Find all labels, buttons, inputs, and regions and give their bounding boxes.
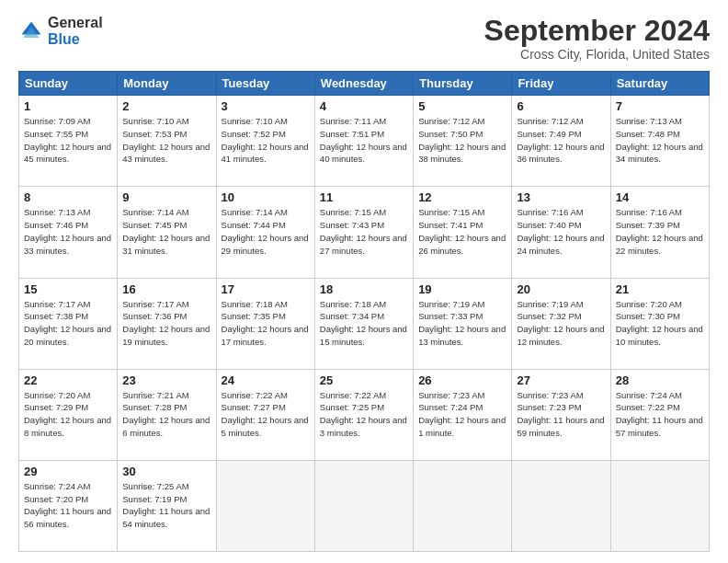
calendar-cell <box>216 460 314 551</box>
calendar-cell: 13Sunrise: 7:16 AM Sunset: 7:40 PM Dayli… <box>512 187 610 278</box>
col-tuesday: Tuesday <box>216 72 314 96</box>
month-title: September 2024 <box>484 15 710 47</box>
col-sunday: Sunday <box>19 72 118 96</box>
calendar-cell: 8Sunrise: 7:13 AM Sunset: 7:46 PM Daylig… <box>19 187 118 278</box>
header: General Blue September 2024 Cross City, … <box>18 15 710 62</box>
day-number: 4 <box>320 99 408 113</box>
day-info: Sunrise: 7:18 AM Sunset: 7:35 PM Dayligh… <box>222 298 310 349</box>
day-info: Sunrise: 7:16 AM Sunset: 7:39 PM Dayligh… <box>616 206 704 257</box>
day-number: 20 <box>517 282 605 296</box>
calendar-cell: 20Sunrise: 7:19 AM Sunset: 7:32 PM Dayli… <box>512 278 610 369</box>
calendar-cell: 19Sunrise: 7:19 AM Sunset: 7:33 PM Dayli… <box>414 278 512 369</box>
calendar-cell: 21Sunrise: 7:20 AM Sunset: 7:30 PM Dayli… <box>610 278 709 369</box>
day-number: 6 <box>517 99 605 113</box>
calendar-cell <box>414 460 512 551</box>
col-monday: Monday <box>118 72 216 96</box>
day-number: 15 <box>24 282 112 296</box>
day-number: 10 <box>222 190 310 204</box>
day-number: 1 <box>24 99 112 113</box>
calendar-header-row: Sunday Monday Tuesday Wednesday Thursday… <box>19 72 710 96</box>
calendar-cell: 7Sunrise: 7:13 AM Sunset: 7:48 PM Daylig… <box>610 96 709 187</box>
day-info: Sunrise: 7:20 AM Sunset: 7:29 PM Dayligh… <box>24 389 112 440</box>
calendar-cell: 28Sunrise: 7:24 AM Sunset: 7:22 PM Dayli… <box>610 369 709 460</box>
calendar-cell: 5Sunrise: 7:12 AM Sunset: 7:50 PM Daylig… <box>414 96 512 187</box>
day-number: 22 <box>24 373 112 387</box>
calendar-cell: 17Sunrise: 7:18 AM Sunset: 7:35 PM Dayli… <box>216 278 314 369</box>
day-info: Sunrise: 7:24 AM Sunset: 7:22 PM Dayligh… <box>616 389 704 440</box>
day-number: 23 <box>122 373 210 387</box>
day-info: Sunrise: 7:13 AM Sunset: 7:48 PM Dayligh… <box>616 115 704 166</box>
calendar-week-2: 15Sunrise: 7:17 AM Sunset: 7:38 PM Dayli… <box>19 278 710 369</box>
day-number: 13 <box>517 190 605 204</box>
calendar-cell: 25Sunrise: 7:22 AM Sunset: 7:25 PM Dayli… <box>314 369 413 460</box>
calendar-cell: 27Sunrise: 7:23 AM Sunset: 7:23 PM Dayli… <box>512 369 610 460</box>
day-info: Sunrise: 7:15 AM Sunset: 7:41 PM Dayligh… <box>418 206 506 257</box>
day-info: Sunrise: 7:18 AM Sunset: 7:34 PM Dayligh… <box>320 298 408 349</box>
day-number: 16 <box>122 282 210 296</box>
day-number: 2 <box>122 99 210 113</box>
logo-general-text: General <box>48 15 103 30</box>
day-info: Sunrise: 7:22 AM Sunset: 7:25 PM Dayligh… <box>320 389 408 440</box>
day-number: 3 <box>222 99 310 113</box>
calendar-cell <box>314 460 413 551</box>
calendar-cell: 18Sunrise: 7:18 AM Sunset: 7:34 PM Dayli… <box>314 278 413 369</box>
calendar-cell: 12Sunrise: 7:15 AM Sunset: 7:41 PM Dayli… <box>414 187 512 278</box>
calendar-cell <box>512 460 610 551</box>
day-info: Sunrise: 7:14 AM Sunset: 7:44 PM Dayligh… <box>222 206 310 257</box>
day-info: Sunrise: 7:23 AM Sunset: 7:23 PM Dayligh… <box>517 389 605 440</box>
calendar-cell: 30Sunrise: 7:25 AM Sunset: 7:19 PM Dayli… <box>118 460 216 551</box>
day-info: Sunrise: 7:15 AM Sunset: 7:43 PM Dayligh… <box>320 206 408 257</box>
day-number: 5 <box>418 99 506 113</box>
day-number: 18 <box>320 282 408 296</box>
logo-icon <box>18 18 44 44</box>
day-number: 17 <box>222 282 310 296</box>
location: Cross City, Florida, United States <box>484 47 710 62</box>
col-wednesday: Wednesday <box>314 72 413 96</box>
calendar-cell: 1Sunrise: 7:09 AM Sunset: 7:55 PM Daylig… <box>19 96 118 187</box>
day-info: Sunrise: 7:25 AM Sunset: 7:19 PM Dayligh… <box>122 480 210 531</box>
day-info: Sunrise: 7:20 AM Sunset: 7:30 PM Dayligh… <box>616 298 704 349</box>
day-number: 26 <box>418 373 506 387</box>
calendar-cell: 3Sunrise: 7:10 AM Sunset: 7:52 PM Daylig… <box>216 96 314 187</box>
day-number: 9 <box>122 190 210 204</box>
day-number: 19 <box>418 282 506 296</box>
calendar-cell: 10Sunrise: 7:14 AM Sunset: 7:44 PM Dayli… <box>216 187 314 278</box>
calendar-cell: 29Sunrise: 7:24 AM Sunset: 7:20 PM Dayli… <box>19 460 118 551</box>
calendar-cell: 14Sunrise: 7:16 AM Sunset: 7:39 PM Dayli… <box>610 187 709 278</box>
day-number: 29 <box>24 465 112 478</box>
day-info: Sunrise: 7:17 AM Sunset: 7:38 PM Dayligh… <box>24 298 112 349</box>
calendar-week-4: 29Sunrise: 7:24 AM Sunset: 7:20 PM Dayli… <box>19 460 710 551</box>
calendar-week-3: 22Sunrise: 7:20 AM Sunset: 7:29 PM Dayli… <box>19 369 710 460</box>
day-info: Sunrise: 7:11 AM Sunset: 7:51 PM Dayligh… <box>320 115 408 166</box>
day-number: 11 <box>320 190 408 204</box>
logo-blue-text: Blue <box>48 31 80 47</box>
col-friday: Friday <box>512 72 610 96</box>
calendar-cell: 26Sunrise: 7:23 AM Sunset: 7:24 PM Dayli… <box>414 369 512 460</box>
day-number: 27 <box>517 373 605 387</box>
day-info: Sunrise: 7:17 AM Sunset: 7:36 PM Dayligh… <box>122 298 210 349</box>
day-info: Sunrise: 7:23 AM Sunset: 7:24 PM Dayligh… <box>418 389 506 440</box>
day-number: 25 <box>320 373 408 387</box>
day-number: 12 <box>418 190 506 204</box>
day-number: 21 <box>616 282 704 296</box>
calendar-cell: 9Sunrise: 7:14 AM Sunset: 7:45 PM Daylig… <box>118 187 216 278</box>
day-info: Sunrise: 7:13 AM Sunset: 7:46 PM Dayligh… <box>24 206 112 257</box>
day-number: 30 <box>122 465 210 478</box>
day-number: 14 <box>616 190 704 204</box>
calendar-week-0: 1Sunrise: 7:09 AM Sunset: 7:55 PM Daylig… <box>19 96 710 187</box>
calendar-cell: 2Sunrise: 7:10 AM Sunset: 7:53 PM Daylig… <box>118 96 216 187</box>
day-info: Sunrise: 7:22 AM Sunset: 7:27 PM Dayligh… <box>222 389 310 440</box>
col-saturday: Saturday <box>610 72 709 96</box>
day-info: Sunrise: 7:09 AM Sunset: 7:55 PM Dayligh… <box>24 115 112 166</box>
calendar-cell: 11Sunrise: 7:15 AM Sunset: 7:43 PM Dayli… <box>314 187 413 278</box>
logo: General Blue <box>18 15 103 47</box>
day-info: Sunrise: 7:12 AM Sunset: 7:50 PM Dayligh… <box>418 115 506 166</box>
calendar-cell: 6Sunrise: 7:12 AM Sunset: 7:49 PM Daylig… <box>512 96 610 187</box>
day-number: 8 <box>24 190 112 204</box>
title-area: September 2024 Cross City, Florida, Unit… <box>484 15 710 62</box>
day-info: Sunrise: 7:19 AM Sunset: 7:32 PM Dayligh… <box>517 298 605 349</box>
calendar-table: Sunday Monday Tuesday Wednesday Thursday… <box>18 71 710 552</box>
day-info: Sunrise: 7:21 AM Sunset: 7:28 PM Dayligh… <box>122 389 210 440</box>
day-number: 7 <box>616 99 704 113</box>
calendar-cell: 22Sunrise: 7:20 AM Sunset: 7:29 PM Dayli… <box>19 369 118 460</box>
